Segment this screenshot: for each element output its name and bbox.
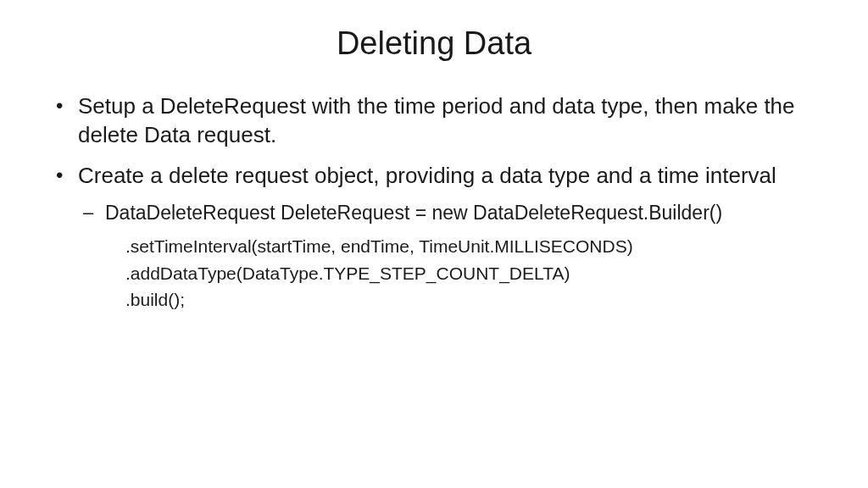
sub-bullet-text: DataDeleteRequest DeleteRequest = new Da… xyxy=(105,202,722,224)
slide-title: Deleting Data xyxy=(51,25,817,62)
list-item: Create a delete request object, providin… xyxy=(51,162,817,313)
bullet-text: Create a delete request object, providin… xyxy=(78,163,776,188)
code-block: .setTimeInterval(startTime, endTime, Tim… xyxy=(105,233,817,313)
code-line: .setTimeInterval(startTime, endTime, Tim… xyxy=(125,233,817,260)
bullet-list-level1: Setup a DeleteRequest with the time peri… xyxy=(51,92,817,313)
list-item: DataDeleteRequest DeleteRequest = new Da… xyxy=(78,200,817,313)
code-line: .build(); xyxy=(125,286,817,313)
bullet-text: Setup a DeleteRequest with the time peri… xyxy=(78,93,795,147)
bullet-list-level2: DataDeleteRequest DeleteRequest = new Da… xyxy=(78,200,817,313)
code-line: .addDataType(DataType.TYPE_STEP_COUNT_DE… xyxy=(125,260,817,287)
list-item: Setup a DeleteRequest with the time peri… xyxy=(51,92,817,150)
